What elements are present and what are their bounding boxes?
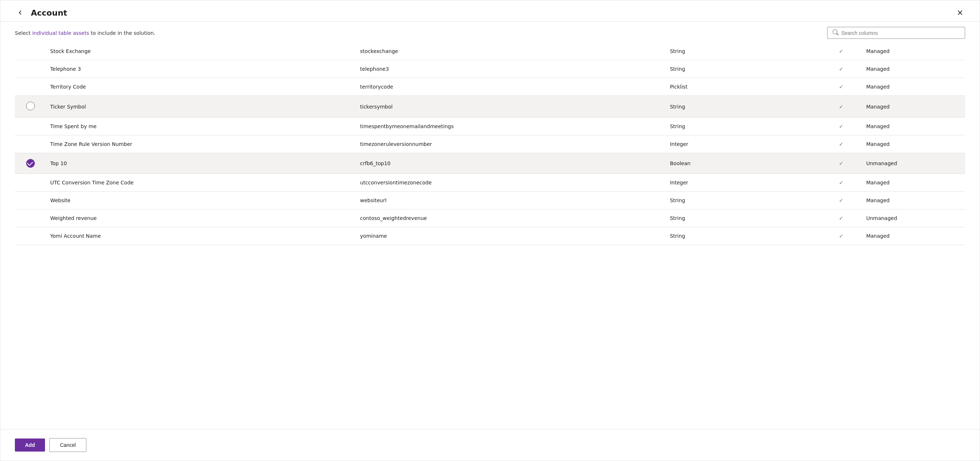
row-managed-status: Managed: [862, 135, 965, 153]
header-left: Account: [15, 8, 67, 18]
row-managed-status: Managed: [862, 192, 965, 210]
row-logical-name: tickersymbol: [356, 96, 666, 118]
table-row[interactable]: WebsitewebsiteurlString✓Managed: [15, 192, 965, 210]
checkbox-cell[interactable]: [15, 118, 46, 135]
table-row[interactable]: Ticker SymboltickersymbolString✓Managed: [15, 96, 965, 118]
row-name: Time Zone Rule Version Number: [46, 135, 356, 153]
back-button[interactable]: [15, 8, 25, 18]
row-logical-name: timezoneruleversionnumber: [356, 135, 666, 153]
row-name: Ticker Symbol: [46, 96, 356, 118]
row-type: String: [666, 60, 821, 78]
row-type: Integer: [666, 174, 821, 192]
check-icon: ✓: [839, 66, 843, 72]
table-row[interactable]: Weighted revenuecontoso_weightedrevenueS…: [15, 210, 965, 227]
row-name: Time Spent by me: [46, 118, 356, 135]
checkbox-cell[interactable]: [15, 78, 46, 96]
row-name: UTC Conversion Time Zone Code: [46, 174, 356, 192]
row-checkmark: ✓: [821, 96, 862, 118]
row-logical-name: yominame: [356, 227, 666, 245]
check-icon: ✓: [839, 233, 843, 239]
row-managed-status: Managed: [862, 96, 965, 118]
row-type: String: [666, 43, 821, 60]
check-icon: ✓: [839, 197, 843, 203]
checkbox-cell[interactable]: [15, 153, 46, 174]
row-managed-status: Managed: [862, 174, 965, 192]
check-icon: ✓: [839, 48, 843, 54]
table-row[interactable]: Territory CodeterritorycodePicklist✓Mana…: [15, 78, 965, 96]
dialog-header: Account: [0, 0, 980, 22]
search-input[interactable]: [842, 30, 960, 36]
row-logical-name: crfb6_top10: [356, 153, 666, 174]
check-icon: ✓: [839, 180, 843, 186]
row-checkmark: ✓: [821, 192, 862, 210]
close-button[interactable]: [955, 8, 965, 18]
row-logical-name: stockexchange: [356, 43, 666, 60]
checkbox-cell[interactable]: [15, 96, 46, 118]
checkbox-cell[interactable]: [15, 174, 46, 192]
row-type: String: [666, 192, 821, 210]
cancel-button[interactable]: Cancel: [49, 438, 86, 452]
row-name: Yomi Account Name: [46, 227, 356, 245]
row-type: String: [666, 96, 821, 118]
dialog-subtitle: Select individual table assets to includ…: [15, 30, 155, 36]
row-managed-status: Managed: [862, 60, 965, 78]
checkbox-cell[interactable]: [15, 192, 46, 210]
table-container: Stock ExchangestockexchangeString✓Manage…: [0, 43, 980, 429]
row-name: Top 10: [46, 153, 356, 174]
table-row[interactable]: Yomi Account NameyominameString✓Managed: [15, 227, 965, 245]
data-table: Stock ExchangestockexchangeString✓Manage…: [15, 43, 965, 245]
check-icon: ✓: [839, 84, 843, 90]
checkbox-cell[interactable]: [15, 60, 46, 78]
table-row[interactable]: Top 10crfb6_top10Boolean✓Unmanaged: [15, 153, 965, 174]
row-managed-status: Unmanaged: [862, 153, 965, 174]
row-name: Telephone 3: [46, 60, 356, 78]
table-row[interactable]: Stock ExchangestockexchangeString✓Manage…: [15, 43, 965, 60]
row-checkbox[interactable]: [26, 159, 35, 168]
checkbox-cell[interactable]: [15, 43, 46, 60]
row-name: Stock Exchange: [46, 43, 356, 60]
table-row[interactable]: UTC Conversion Time Zone Codeutcconversi…: [15, 174, 965, 192]
row-name: Weighted revenue: [46, 210, 356, 227]
row-logical-name: utcconversiontimezonecode: [356, 174, 666, 192]
check-icon: ✓: [839, 104, 843, 110]
row-type: String: [666, 210, 821, 227]
row-managed-status: Managed: [862, 227, 965, 245]
dialog-footer: Add Cancel: [0, 429, 980, 461]
table-row[interactable]: Time Spent by metimespentbymeonemailandm…: [15, 118, 965, 135]
search-icon: [833, 29, 838, 36]
back-icon: [16, 9, 24, 16]
row-checkbox[interactable]: [26, 102, 35, 110]
row-managed-status: Managed: [862, 43, 965, 60]
table-row[interactable]: Time Zone Rule Version Numbertimezonerul…: [15, 135, 965, 153]
row-checkmark: ✓: [821, 118, 862, 135]
dialog: Account Select individual table assets t…: [0, 0, 980, 461]
row-logical-name: timespentbymeonemailandmeetings: [356, 118, 666, 135]
row-type: Picklist: [666, 78, 821, 96]
table-row[interactable]: Telephone 3telephone3String✓Managed: [15, 60, 965, 78]
row-checkmark: ✓: [821, 174, 862, 192]
check-icon: ✓: [839, 141, 843, 147]
search-box[interactable]: [827, 27, 965, 39]
row-logical-name: contoso_weightedrevenue: [356, 210, 666, 227]
row-type: String: [666, 227, 821, 245]
subtitle-highlight1: individual table assets: [32, 30, 89, 36]
row-type: String: [666, 118, 821, 135]
row-name: Territory Code: [46, 78, 356, 96]
check-icon: ✓: [839, 215, 843, 221]
check-icon: ✓: [839, 161, 843, 166]
row-managed-status: Unmanaged: [862, 210, 965, 227]
row-name: Website: [46, 192, 356, 210]
row-logical-name: telephone3: [356, 60, 666, 78]
checkbox-cell[interactable]: [15, 210, 46, 227]
row-checkmark: ✓: [821, 135, 862, 153]
checkbox-cell[interactable]: [15, 227, 46, 245]
row-managed-status: Managed: [862, 78, 965, 96]
row-type: Integer: [666, 135, 821, 153]
checkbox-cell[interactable]: [15, 135, 46, 153]
add-button[interactable]: Add: [15, 439, 45, 451]
row-checkmark: ✓: [821, 210, 862, 227]
row-checkmark: ✓: [821, 153, 862, 174]
row-logical-name: websiteurl: [356, 192, 666, 210]
row-checkmark: ✓: [821, 227, 862, 245]
check-icon: ✓: [839, 123, 843, 129]
